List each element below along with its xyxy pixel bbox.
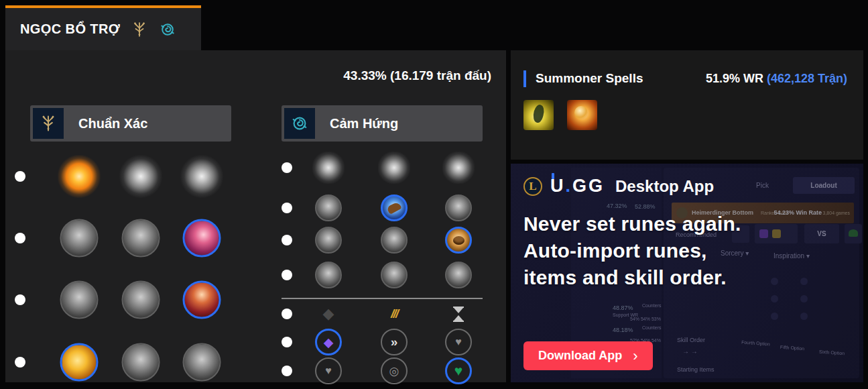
magical-footwear-rune-icon [381, 194, 408, 221]
precision-tree-name: Chuẩn Xác [78, 116, 147, 131]
preview-games: 3,804 games [823, 211, 850, 215]
absorb-life-rune-icon [60, 219, 99, 258]
preview-pct: 48.87% [613, 304, 633, 311]
ad-headline-line: Never set runes again. [523, 211, 741, 237]
coup-de-grace-rune-icon [60, 343, 99, 382]
ugg-logo-dot: . [566, 176, 573, 196]
legend-haste-rune-icon [122, 281, 160, 319]
adaptive-force-shard-icon: ◆ [315, 300, 342, 327]
legend-bloodline-rune-icon [183, 281, 221, 319]
base-health-shard-icon: ♥ [315, 357, 342, 384]
runes-panel: 43.33% (16.179 trận đấu) Chuẩn Xác [5, 50, 506, 382]
preview-rune-dot [771, 278, 778, 285]
preview-rune-icon [759, 229, 768, 238]
hextech-flashtraption-rune-icon [315, 194, 342, 221]
hourglass-icon [453, 307, 464, 322]
ugg-logo: U.GG [550, 176, 605, 197]
glacial-augment-rune-icon [312, 152, 345, 184]
preview-vs-chip: VS [804, 224, 839, 243]
shard-divider [282, 298, 483, 299]
triumph-rune-icon [122, 219, 160, 258]
preview-rune-icon [772, 229, 781, 238]
download-app-button[interactable]: Download App › [523, 341, 653, 370]
move-speed-shard-icon: » [381, 329, 408, 355]
row-indicator-dot [282, 235, 292, 245]
preview-pcts: 54% 54% 53% [630, 317, 661, 321]
row-indicator-dot [282, 270, 292, 280]
row-indicator-dot [282, 162, 292, 173]
precision-tree-icon [33, 108, 64, 139]
preview-rune-dot [800, 295, 808, 302]
triple-tonic-rune-icon [315, 227, 342, 254]
preview-rune-dot [800, 313, 808, 320]
row-indicator-dot [15, 357, 25, 368]
move-speed-glyph: » [391, 335, 398, 349]
precision-tree-icon [131, 21, 148, 38]
preview-winrate: 54.23% Win Rate [774, 209, 822, 216]
preview-loadout-button: Loadout [793, 177, 855, 194]
preview-pct: 48.18% [613, 327, 633, 333]
lethal-tempo-rune-icon [119, 155, 162, 198]
cosmic-insight-rune-icon [315, 262, 342, 288]
preview-ward-icon [849, 229, 858, 237]
preview-skill-order-label: Skill Order [677, 337, 705, 343]
preview-chip [845, 224, 862, 243]
legend-alacrity-rune-icon [60, 281, 99, 319]
adaptive-force-glyph: ◆ [324, 335, 334, 350]
magical-footwear-art [386, 201, 401, 215]
first-strike-rune-icon [442, 152, 475, 184]
cash-back-rune-icon [445, 194, 472, 221]
tenacity-slow-resist-glyph: ◎ [389, 364, 399, 378]
press-the-attack-rune-icon [58, 155, 101, 198]
health-growth-shard-icon: ♥ [445, 357, 472, 384]
preview-pick-tab: Pick [756, 182, 769, 189]
preview-starting-items-label: Starting Items [677, 366, 715, 373]
tab-runes[interactable]: NGỌC BỔ TRỢ [5, 5, 201, 50]
chevron-right-icon: › [633, 351, 637, 361]
inspiration-tree-icon [159, 21, 176, 38]
attack-speed-glyph: /// [391, 307, 397, 321]
inspiration-tree-name: Cảm Hứng [330, 116, 398, 131]
last-stand-rune-icon [183, 343, 221, 382]
runes-winrate-stat: 43.33% (16.179 trận đấu) [343, 68, 491, 83]
row-indicator-dot [15, 171, 25, 182]
summoner-spells-panel: Summoner Spells 51.9% WR (462,128 Trận) [511, 50, 863, 160]
row-indicator-dot [282, 337, 292, 347]
ad-title: Desktop App [615, 177, 714, 196]
ugg-logo-tick [552, 173, 554, 179]
preview-rune-dot [771, 295, 778, 302]
ignite-spell-icon [567, 100, 597, 130]
league-logo-icon: L [523, 177, 542, 196]
tab-runes-label: NGỌC BỔ TRỢ [20, 21, 120, 37]
adaptive-force-glyph: ◆ [323, 305, 334, 323]
preview-rune-dot [800, 278, 808, 285]
adaptive-force-shard-icon: ◆ [315, 329, 342, 355]
health-growth-glyph: ♥ [454, 363, 462, 379]
tenacity-slow-resist-shard-icon: ◎ [381, 357, 408, 384]
health-scaling-shard-icon: ♥ [445, 329, 472, 355]
runes-page: NGỌC BỔ TRỢ 43.33% (16.179 [0, 0, 868, 389]
download-app-label: Download App [538, 349, 622, 363]
preview-rune-dot [771, 313, 778, 320]
ability-haste-shard-icon [445, 300, 472, 327]
summoner-spells-title: Summoner Spells [536, 71, 643, 86]
health-scaling-glyph: ♥ [455, 336, 462, 348]
row-indicator-dot [282, 203, 292, 213]
base-health-glyph: ♥ [325, 365, 332, 377]
row-indicator-dot [15, 233, 25, 243]
ghost-spell-icon [523, 100, 554, 130]
ugg-logo-gg: GG [572, 176, 605, 196]
row-indicator-dot [15, 294, 25, 305]
jack-of-all-trades-rune-icon [445, 262, 472, 288]
ad-headline: Never set runes again. Auto-import runes… [523, 211, 741, 291]
summoner-winrate: 51.9% WR [706, 72, 763, 85]
preview-skill-arrows: → → [682, 347, 698, 355]
fleet-footwork-rune-icon [180, 155, 223, 198]
ad-headline-line: Auto-import runes, [523, 237, 741, 264]
preview-inspiration-label: Inspiration ▾ [773, 252, 810, 260]
biscuit-delivery-rune-icon [445, 227, 472, 254]
approach-velocity-rune-icon [381, 262, 408, 288]
summoner-spells-stat: 51.9% WR (462,128 Trận) [706, 72, 847, 86]
row-indicator-dot [282, 309, 292, 319]
section-accent-bar [523, 70, 526, 87]
